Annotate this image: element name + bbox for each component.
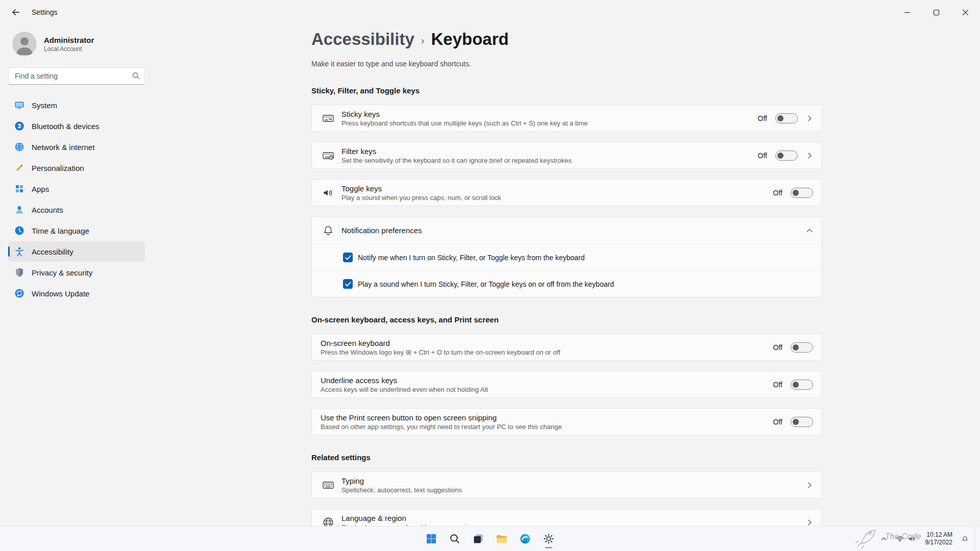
page-subtitle: Make it easier to type and use keyboard … [311, 59, 822, 68]
sidebar-nav: System Bluetooth & devices Network & int… [8, 95, 145, 304]
chevron-up-icon[interactable] [806, 227, 813, 234]
taskbar-search-button[interactable] [445, 529, 465, 549]
system-icon [14, 100, 24, 110]
sidebar-item-personalization[interactable]: Personalization [8, 158, 145, 178]
toggle-state-label: Off [773, 381, 782, 389]
apps-icon [14, 184, 24, 194]
bell-icon [322, 224, 334, 237]
sidebar-item-label: Time & language [32, 227, 89, 235]
sidebar-item-privacy[interactable]: Privacy & security [8, 262, 145, 283]
accessibility-icon [14, 246, 24, 257]
setting-card-filter-keys[interactable]: Filter keys Set the sensitivity of the k… [311, 142, 822, 169]
setting-card-underline-access-keys[interactable]: Underline access keys Access keys will b… [311, 371, 822, 398]
account-type: Local Account [44, 45, 94, 53]
windows-update-icon [14, 288, 24, 298]
typing-keyboard-icon [322, 479, 334, 491]
maximize-button[interactable] [922, 0, 951, 24]
user-account[interactable]: Administrator Local Account [12, 32, 141, 56]
show-desktop-button[interactable] [974, 527, 977, 551]
volume-icon [908, 534, 917, 543]
minimize-button[interactable] [893, 0, 922, 24]
sidebar-item-bluetooth[interactable]: Bluetooth & devices [8, 116, 145, 136]
language-globe-icon [322, 516, 334, 527]
print-screen-toggle[interactable] [791, 417, 813, 427]
notification-center-button[interactable] [959, 530, 971, 548]
sidebar-item-network[interactable]: Network & internet [8, 137, 145, 157]
breadcrumb-parent[interactable]: Accessibility [311, 29, 414, 50]
sidebar-item-accounts[interactable]: Accounts [8, 199, 145, 220]
taskbar: 10:12 AM 9/17/2022 [0, 526, 980, 551]
edge-browser-button[interactable] [515, 529, 535, 549]
page-title: Keyboard [431, 29, 508, 50]
toggle-keys-toggle[interactable] [791, 188, 813, 198]
checkbox-label: Notify me when I turn on Sticky, Filter,… [358, 254, 585, 262]
filter-keys-toggle[interactable] [775, 151, 798, 161]
sidebar-item-label: Network & internet [32, 143, 94, 152]
setting-description: Spellcheck, autocorrect, text suggestion… [341, 486, 462, 494]
chevron-right-icon[interactable] [806, 152, 813, 159]
taskbar-clock[interactable]: 10:12 AM 9/17/2022 [922, 531, 955, 546]
toggle-knob [777, 115, 783, 121]
taskbar-center [421, 527, 559, 551]
back-arrow-icon [12, 8, 20, 16]
bluetooth-icon [14, 121, 24, 131]
sidebar-item-time-language[interactable]: Time & language [8, 220, 145, 241]
setting-description: Press keyboard shortcuts that use multip… [341, 119, 587, 128]
setting-description: Based on other app settings, you might n… [321, 423, 562, 431]
section-heading-related-settings: Related settings [311, 453, 822, 462]
notify-checkbox-checked[interactable] [343, 253, 353, 262]
toggle-knob [793, 419, 799, 425]
sidebar-item-windows-update[interactable]: Windows Update [8, 283, 145, 304]
toggle-state-label: Off [773, 343, 782, 352]
sidebar-item-label: Bluetooth & devices [32, 122, 100, 131]
related-card-typing[interactable]: Typing Spellcheck, autocorrect, text sug… [311, 471, 822, 498]
sidebar-item-label: Apps [32, 185, 49, 193]
on-screen-keyboard-toggle[interactable] [791, 342, 813, 353]
file-explorer-button[interactable] [492, 529, 512, 549]
start-button[interactable] [421, 529, 442, 549]
settings-search [8, 67, 145, 85]
close-button[interactable] [951, 0, 980, 24]
chevron-right-icon[interactable] [806, 115, 813, 122]
related-card-language-region[interactable]: Language & region Display language, pref… [311, 509, 822, 526]
toggle-knob [793, 382, 799, 388]
underline-access-keys-toggle[interactable] [791, 380, 813, 390]
setting-card-print-screen-snipping[interactable]: Use the Print screen button to open scre… [311, 408, 822, 435]
sidebar-item-accessibility[interactable]: Accessibility [8, 241, 145, 262]
sticky-keys-toggle[interactable] [775, 113, 798, 123]
chevron-right-icon[interactable] [806, 482, 813, 489]
sidebar-item-label: Privacy & security [32, 268, 92, 277]
search-input[interactable] [8, 67, 145, 85]
settings-app-button[interactable] [538, 529, 559, 549]
sound-option-row[interactable]: Play a sound when I turn Sticky, Filter,… [312, 270, 821, 297]
checkbox-label: Play a sound when I turn Sticky, Filter,… [358, 280, 614, 288]
hidden-icons-button[interactable] [878, 530, 890, 548]
personalization-icon [14, 163, 24, 173]
setting-card-on-screen-keyboard[interactable]: On-screen keyboard Press the Windows log… [311, 334, 822, 361]
toggle-state-label: Off [773, 418, 782, 426]
notify-option-row[interactable]: Notify me when I turn on Sticky, Filter,… [312, 244, 821, 270]
setting-description: Play a sound when you press caps, num, o… [341, 194, 501, 202]
network-volume-button[interactable] [893, 530, 919, 548]
setting-title: Filter keys [341, 146, 572, 156]
check-icon [345, 282, 351, 287]
setting-title: Toggle keys [341, 184, 501, 193]
main-panel: Accessibility › Keyboard Make it easier … [153, 24, 980, 526]
maximize-icon [934, 10, 939, 15]
setting-title: Sticky keys [341, 109, 587, 119]
notification-bell-icon [961, 535, 969, 543]
sidebar-item-apps[interactable]: Apps [8, 179, 145, 199]
search-icon[interactable] [132, 72, 140, 82]
chevron-right-icon[interactable] [806, 519, 813, 526]
filter-keys-icon [322, 149, 334, 162]
setting-card-sticky-keys[interactable]: Sticky keys Press keyboard shortcuts tha… [311, 105, 822, 132]
setting-description: Press the Windows logo key ⊞ + Ctrl + O … [321, 348, 560, 357]
system-tray: 10:12 AM 9/17/2022 [878, 527, 977, 551]
sound-checkbox-checked[interactable] [343, 279, 353, 289]
task-view-button[interactable] [468, 529, 488, 549]
setting-card-toggle-keys[interactable]: Toggle keys Play a sound when you press … [311, 179, 822, 206]
sidebar-item-system[interactable]: System [8, 95, 145, 115]
notification-preferences-header[interactable]: Notification preferences [312, 217, 821, 244]
back-button[interactable] [5, 3, 27, 21]
minimize-icon [904, 10, 910, 15]
